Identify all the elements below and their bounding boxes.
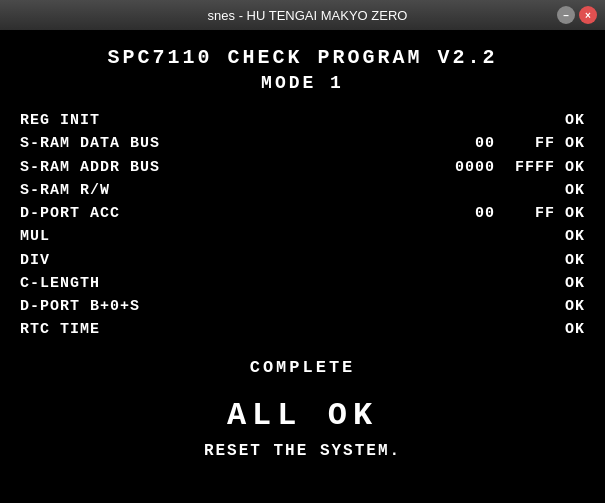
check-val1: 00 [445, 202, 495, 225]
title-controls: – × [557, 6, 597, 24]
check-status: OK [555, 156, 585, 179]
check-status: OK [555, 132, 585, 155]
table-row: S-RAM DATA BUS00FFOK [20, 132, 585, 155]
check-status: OK [555, 295, 585, 318]
check-label: D-PORT B+0+S [20, 295, 445, 318]
check-label: S-RAM ADDR BUS [20, 156, 445, 179]
check-label: DIV [20, 249, 445, 272]
reset-label: RESET THE SYSTEM. [204, 442, 401, 460]
program-mode: MODE 1 [261, 73, 344, 93]
check-val1 [445, 318, 495, 341]
check-val2: FFFF [495, 156, 555, 179]
check-val1: 0000 [445, 156, 495, 179]
table-row: D-PORT ACC00FFOK [20, 202, 585, 225]
check-label: S-RAM DATA BUS [20, 132, 445, 155]
check-label: MUL [20, 225, 445, 248]
check-val1: 00 [445, 132, 495, 155]
check-val1 [445, 179, 495, 202]
content-area: SPC7110 CHECK PROGRAM V2.2 MODE 1 REG IN… [0, 30, 605, 503]
check-val1 [445, 249, 495, 272]
check-status: OK [555, 202, 585, 225]
check-label: S-RAM R/W [20, 179, 445, 202]
table-row: S-RAM R/WOK [20, 179, 585, 202]
table-row: C-LENGTHOK [20, 272, 585, 295]
table-row: MULOK [20, 225, 585, 248]
check-val2: FF [495, 132, 555, 155]
check-status: OK [555, 318, 585, 341]
check-status: OK [555, 249, 585, 272]
check-val2: FF [495, 202, 555, 225]
check-status: OK [555, 179, 585, 202]
check-label: RTC TIME [20, 318, 445, 341]
check-status: OK [555, 109, 585, 132]
check-val2 [495, 109, 555, 132]
table-row: DIVOK [20, 249, 585, 272]
check-val1 [445, 109, 495, 132]
check-val2 [495, 179, 555, 202]
close-button[interactable]: × [579, 6, 597, 24]
check-status: OK [555, 225, 585, 248]
check-val2 [495, 272, 555, 295]
check-val2 [495, 295, 555, 318]
all-ok-label: ALL OK [227, 397, 378, 434]
check-val2 [495, 318, 555, 341]
check-status: OK [555, 272, 585, 295]
table-row: S-RAM ADDR BUS0000FFFFOK [20, 156, 585, 179]
check-table: REG INITOKS-RAM DATA BUS00FFOKS-RAM ADDR… [20, 109, 585, 342]
window-title: snes - HU TENGAI MAKYO ZERO [58, 8, 557, 23]
app-window: snes - HU TENGAI MAKYO ZERO – × SPC7110 … [0, 0, 605, 503]
check-val2 [495, 225, 555, 248]
check-label: C-LENGTH [20, 272, 445, 295]
title-bar: snes - HU TENGAI MAKYO ZERO – × [0, 0, 605, 30]
complete-label: COMPLETE [250, 358, 356, 377]
table-row: D-PORT B+0+SOK [20, 295, 585, 318]
program-title: SPC7110 CHECK PROGRAM V2.2 [107, 46, 497, 69]
check-val1 [445, 272, 495, 295]
check-label: D-PORT ACC [20, 202, 445, 225]
check-label: REG INIT [20, 109, 445, 132]
check-val1 [445, 225, 495, 248]
table-row: RTC TIMEOK [20, 318, 585, 341]
minimize-button[interactable]: – [557, 6, 575, 24]
table-row: REG INITOK [20, 109, 585, 132]
check-val1 [445, 295, 495, 318]
check-val2 [495, 249, 555, 272]
